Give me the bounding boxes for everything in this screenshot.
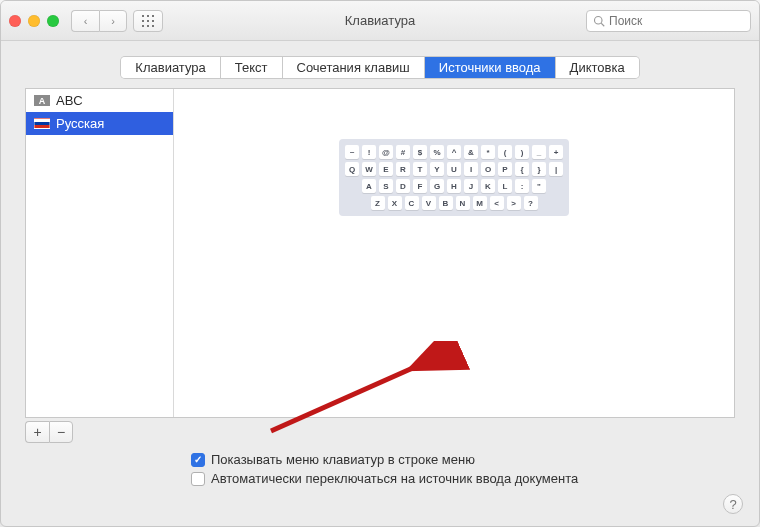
svg-rect-3 [142,20,144,22]
titlebar: ‹ › Клавиатура [1,1,759,41]
key: + [549,145,563,159]
tab-3[interactable]: Источники ввода [425,57,556,78]
key: _ [532,145,546,159]
search-input[interactable] [609,14,744,28]
key: ! [362,145,376,159]
source-label: Русская [56,116,104,131]
abc-flag-icon: A [34,95,50,106]
help-button[interactable]: ? [723,494,743,514]
key: D [396,179,410,193]
key: } [532,162,546,176]
layout-preview: ~!@#$%^&*()_+QWERTYUIOP{}|ASDFGHJKL:"ZXC… [174,89,734,417]
key: " [532,179,546,193]
window-controls [9,15,59,27]
preferences-window: ‹ › Клавиатура КлавиатураТекстСочетания … [0,0,760,527]
source-item-1[interactable]: Русская [26,112,173,135]
svg-rect-5 [152,20,154,22]
key: % [430,145,444,159]
source-list: AABCРусская [26,89,174,417]
svg-rect-2 [152,15,154,17]
key: @ [379,145,393,159]
back-button[interactable]: ‹ [71,10,99,32]
tab-1[interactable]: Текст [221,57,283,78]
ru-flag-icon [34,118,50,129]
keyboard-preview: ~!@#$%^&*()_+QWERTYUIOP{}|ASDFGHJKL:"ZXC… [339,139,569,216]
key: > [507,196,521,210]
key: * [481,145,495,159]
key: ( [498,145,512,159]
remove-button[interactable]: − [49,421,73,443]
grid-icon [142,15,154,27]
content-panel: AABCРусская ~!@#$%^&*()_+QWERTYUIOP{}|AS… [25,88,735,418]
key: Q [345,162,359,176]
key: Y [430,162,444,176]
key: $ [413,145,427,159]
key: | [549,162,563,176]
key: P [498,162,512,176]
key: W [362,162,376,176]
key: G [430,179,444,193]
key: S [379,179,393,193]
key: I [464,162,478,176]
svg-rect-4 [147,20,149,22]
forward-button[interactable]: › [99,10,127,32]
svg-rect-0 [142,15,144,17]
checkbox-0[interactable] [191,453,205,467]
key: : [515,179,529,193]
minimize-icon[interactable] [28,15,40,27]
key: Z [371,196,385,210]
list-buttons: + − [25,421,73,443]
checkbox-1[interactable] [191,472,205,486]
key: K [481,179,495,193]
key: B [439,196,453,210]
tab-bar: КлавиатураТекстСочетания клавишИсточники… [1,41,759,88]
checkbox-row-1: Автоматически переключаться на источник … [191,471,735,486]
source-label: ABC [56,93,83,108]
source-item-0[interactable]: AABC [26,89,173,112]
checkbox-row-0: Показывать меню клавиатур в строке меню [191,452,735,467]
key: E [379,162,393,176]
svg-rect-6 [142,25,144,27]
key: ) [515,145,529,159]
tab-2[interactable]: Сочетания клавиш [283,57,425,78]
zoom-icon[interactable] [47,15,59,27]
svg-rect-1 [147,15,149,17]
tab-4[interactable]: Диктовка [556,57,639,78]
svg-rect-8 [152,25,154,27]
options: Показывать меню клавиатур в строке менюА… [191,452,735,486]
key: V [422,196,436,210]
key: # [396,145,410,159]
key: M [473,196,487,210]
nav-buttons: ‹ › [71,10,127,32]
search-field[interactable] [586,10,751,32]
key: J [464,179,478,193]
close-icon[interactable] [9,15,21,27]
key: O [481,162,495,176]
key: A [362,179,376,193]
key: < [490,196,504,210]
add-button[interactable]: + [25,421,49,443]
svg-point-9 [595,16,603,24]
key: C [405,196,419,210]
key: F [413,179,427,193]
show-all-button[interactable] [133,10,163,32]
key: R [396,162,410,176]
key: { [515,162,529,176]
checkbox-label: Автоматически переключаться на источник … [211,471,578,486]
svg-rect-7 [147,25,149,27]
key: ^ [447,145,461,159]
key: T [413,162,427,176]
key: ~ [345,145,359,159]
key: N [456,196,470,210]
key: U [447,162,461,176]
checkbox-label: Показывать меню клавиатур в строке меню [211,452,475,467]
key: ? [524,196,538,210]
tab-0[interactable]: Клавиатура [121,57,220,78]
key: & [464,145,478,159]
svg-line-10 [601,23,604,26]
search-icon [593,15,605,27]
key: X [388,196,402,210]
key: L [498,179,512,193]
key: H [447,179,461,193]
